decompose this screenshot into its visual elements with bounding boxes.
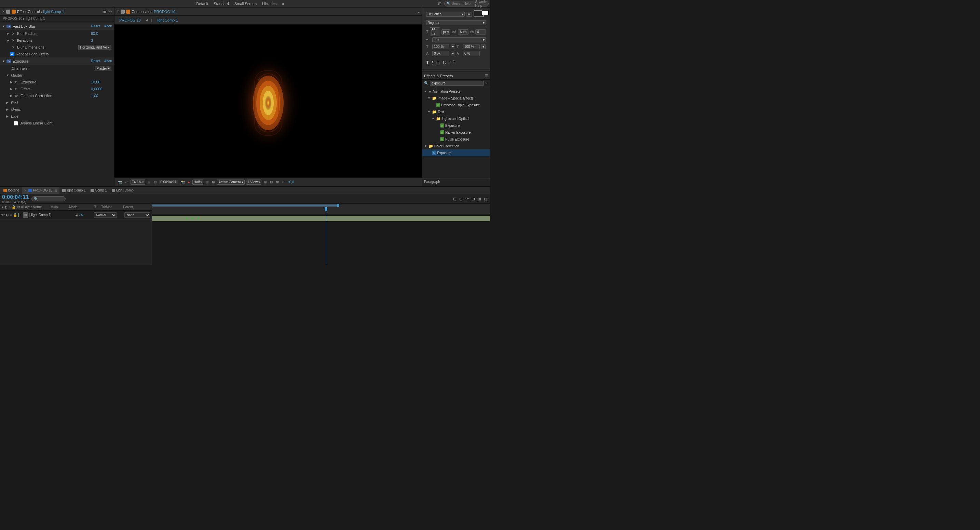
- ep-node-image-special[interactable]: ▼ 📁 Image – Special Effects: [422, 95, 490, 102]
- tl-comp-flow-btn[interactable]: ⊟: [452, 196, 457, 202]
- fast-box-blur-reset[interactable]: Reset: [91, 24, 100, 28]
- ep-node-flicker[interactable]: ▶ ▤ Flicker Exposure: [422, 129, 490, 136]
- ep-search-clear-btn[interactable]: ✕: [485, 81, 488, 86]
- tl-info-btn[interactable]: ⊟: [483, 196, 488, 202]
- gamma-value[interactable]: 1,00: [91, 94, 111, 98]
- panel-close-btn[interactable]: ✕: [2, 10, 5, 13]
- tracking-field[interactable]: Auto: [458, 29, 468, 35]
- audio-btn[interactable]: ◐: [6, 213, 9, 217]
- format-small-caps-btn[interactable]: Tt: [442, 60, 445, 64]
- blue-arrow[interactable]: ▶: [6, 115, 10, 118]
- panel-expand-icon[interactable]: >>: [108, 10, 112, 13]
- format-super-btn[interactable]: T': [448, 60, 451, 64]
- ep-search-input[interactable]: [430, 81, 484, 86]
- exposure-arrow[interactable]: ▼: [2, 59, 5, 63]
- ep-node-embosse[interactable]: ▶ ▤ Embosse...tiple Exposure: [422, 102, 490, 109]
- format-all-caps-btn[interactable]: TT: [436, 60, 440, 64]
- lock-btn[interactable]: 🔒: [13, 213, 17, 217]
- format-italic-btn[interactable]: T: [431, 60, 434, 65]
- workspace-more[interactable]: »: [282, 2, 284, 6]
- view-count-dropdown[interactable]: 1 View ▾: [246, 179, 261, 185]
- tsf-field[interactable]: 0 %: [463, 51, 480, 56]
- ep-node-animation-presets[interactable]: ▼ ★ Animation Presets: [422, 88, 490, 95]
- offset-value[interactable]: 0,0000: [91, 87, 111, 91]
- tab-light-comp1[interactable]: light Comp 1: [60, 187, 88, 194]
- profog-menu-icon[interactable]: ☰: [54, 188, 57, 192]
- current-timecode[interactable]: 0:00:04:11: [2, 194, 29, 200]
- blur-dimensions-dropdown[interactable]: Horizontal and Ve ▾: [78, 45, 111, 50]
- region-btn[interactable]: ⊞: [205, 180, 210, 184]
- font-style-select[interactable]: Regular ▾: [426, 20, 486, 25]
- visibility-btn[interactable]: 👁: [2, 213, 5, 217]
- search-input[interactable]: [452, 2, 475, 5]
- exposure-val-value[interactable]: 10,00: [91, 80, 111, 84]
- motion-blur-btn[interactable]: ⊟: [269, 180, 274, 184]
- green-arrow[interactable]: ▶: [6, 108, 10, 111]
- tab-comp1[interactable]: Comp 1: [89, 187, 109, 194]
- iterations-arrow[interactable]: ▶: [7, 38, 10, 42]
- horiz-scale-unit[interactable]: ▾: [451, 44, 455, 49]
- color-box-white[interactable]: [482, 10, 488, 15]
- draft-btn[interactable]: ⊞: [275, 180, 280, 184]
- ep-node-text[interactable]: ▼ 📁 Text: [422, 109, 490, 115]
- format-sub-btn[interactable]: T̈: [453, 60, 455, 65]
- camera-icon[interactable]: 📸: [180, 180, 186, 184]
- work-area-handle[interactable]: [337, 204, 339, 207]
- ep-node-pulse[interactable]: ▶ ▤ Pulse Exposure: [422, 136, 490, 142]
- tab-light-comp[interactable]: light Comp 1: [43, 10, 64, 14]
- leading-select[interactable]: - px ▾: [432, 37, 486, 42]
- kerning-field[interactable]: 0: [475, 29, 486, 35]
- baseline-field[interactable]: 0 px: [432, 51, 449, 56]
- channels-dropdown[interactable]: Master ▾: [95, 66, 111, 71]
- tl-draft-btn[interactable]: ⊞: [458, 196, 463, 202]
- view-mode-dropdown[interactable]: Active Camera ▾: [217, 179, 245, 185]
- ep-node-color-correction[interactable]: ▼ 📁 Color Correction: [422, 142, 490, 149]
- repeat-edge-checkbox[interactable]: [10, 52, 14, 56]
- ep-node-lights[interactable]: ▼ 📁 Lights and Optical: [422, 115, 490, 122]
- transp-btn[interactable]: ⊠: [211, 180, 216, 184]
- zoom-dropdown[interactable]: 74,6% ▾: [130, 179, 145, 185]
- comp-tab-name[interactable]: PROFOG 10: [154, 10, 175, 14]
- exposure-header[interactable]: ▼ fx Exposure Reset Abou: [0, 57, 114, 65]
- tl-live-update-btn[interactable]: ⊟: [471, 196, 476, 202]
- baseline-unit[interactable]: ▾: [451, 51, 455, 56]
- table-row[interactable]: 👁 ◐ ○ 🔒 1 ▤ [ light Comp 1] ◉ / fx Norma…: [0, 211, 152, 220]
- layer-timeline-bar[interactable]: [152, 216, 490, 221]
- tab-profog10[interactable]: ✕ PROFOG 10 ☰: [22, 187, 59, 194]
- format-bold-btn[interactable]: T: [426, 60, 429, 65]
- global-search[interactable]: 🔍 Search Help: [444, 1, 488, 6]
- panel-menu-icon[interactable]: ☰: [103, 9, 107, 14]
- profog-close-icon[interactable]: ✕: [24, 189, 27, 192]
- tab-light-comp[interactable]: Light Comp: [110, 187, 136, 194]
- tab-light-comp1[interactable]: light Comp 1: [155, 18, 180, 23]
- bypass-checkbox[interactable]: [14, 121, 18, 126]
- workspace-libraries[interactable]: Libraries: [262, 2, 277, 6]
- viewer-area[interactable]: [115, 25, 422, 177]
- master-arrow[interactable]: ▼: [6, 73, 10, 77]
- offset-arrow[interactable]: ▶: [10, 87, 14, 91]
- red-arrow[interactable]: ▶: [6, 101, 10, 104]
- grid-btn[interactable]: ⊟: [153, 180, 158, 184]
- tl-motion-blur-btn[interactable]: ⟳: [465, 196, 469, 202]
- window-options-icon[interactable]: ⊞: [438, 2, 441, 6]
- work-area-bar[interactable]: [152, 204, 490, 207]
- layer-name[interactable]: [ light Comp 1]: [29, 213, 75, 217]
- fit-btn[interactable]: ⊞: [146, 180, 151, 184]
- time-bars-area[interactable]: [152, 214, 490, 265]
- layer-parent-select[interactable]: None: [124, 212, 150, 218]
- comp-close-btn[interactable]: ✕: [116, 10, 119, 13]
- render-btn[interactable]: ⊞: [263, 180, 267, 184]
- tab-footage[interactable]: footage: [2, 187, 21, 194]
- gamma-arrow[interactable]: ▶: [10, 94, 14, 97]
- vert-scale-unit[interactable]: ▾: [481, 44, 485, 49]
- layer-mode-select[interactable]: Normal: [94, 212, 117, 218]
- ep-node-exposure-preset[interactable]: ▶ ▤ Exposure: [422, 122, 490, 129]
- refresh-btn[interactable]: ⟳: [281, 180, 286, 184]
- blur-radius-value[interactable]: 90,0: [91, 32, 111, 35]
- blur-radius-arrow[interactable]: ▶: [7, 32, 10, 35]
- exp-val-arrow[interactable]: ▶: [10, 80, 14, 84]
- fx-indicator[interactable]: / fx: [79, 213, 83, 217]
- switch-solo[interactable]: ◉: [75, 213, 78, 217]
- fast-box-blur-about[interactable]: Abou: [104, 24, 112, 28]
- vert-scale-field[interactable]: 100 %: [463, 44, 480, 49]
